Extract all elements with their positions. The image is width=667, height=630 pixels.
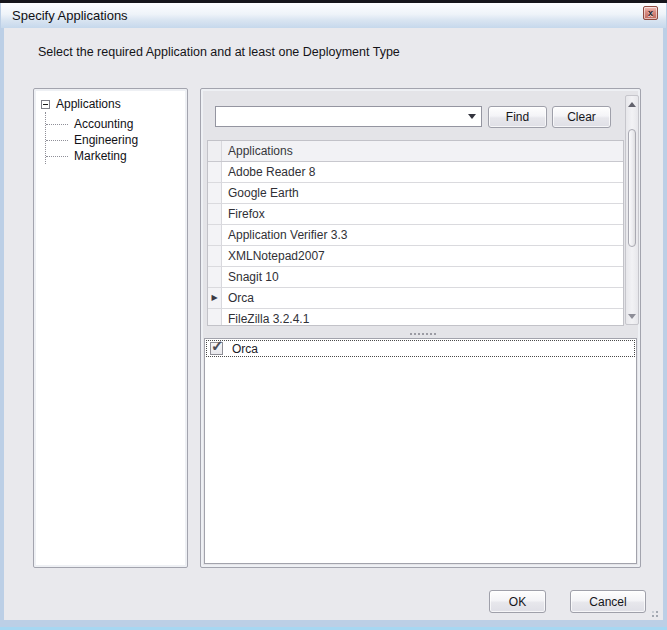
grid-header-row: Applications bbox=[208, 141, 623, 162]
grid-row-firefox[interactable]: Firefox bbox=[208, 204, 623, 225]
find-button[interactable]: Find bbox=[488, 106, 547, 128]
grid-row-filezilla[interactable]: FileZilla 3.2.4.1 bbox=[208, 309, 623, 326]
grid-row-google-earth[interactable]: Google Earth bbox=[208, 183, 623, 204]
window-title: Specify Applications bbox=[1, 8, 128, 23]
arrow-up-icon bbox=[628, 102, 636, 107]
deployment-item-orca[interactable]: ✓ Orca bbox=[206, 340, 635, 357]
applications-panel: Find Clear Applications Adobe Reader 8 G… bbox=[200, 88, 641, 568]
splitter-grip-icon bbox=[409, 331, 437, 335]
tree-node-accounting[interactable]: Accounting bbox=[46, 116, 183, 132]
ok-button[interactable]: OK bbox=[489, 590, 546, 613]
deployment-item-label: Orca bbox=[232, 342, 258, 356]
tree-node-marketing[interactable]: Marketing bbox=[46, 148, 183, 164]
grid-corner-cell bbox=[208, 141, 222, 161]
chevron-down-icon bbox=[468, 114, 476, 119]
current-row-indicator-icon: ▶ bbox=[211, 294, 217, 302]
grid-row-application-verifier[interactable]: Application Verifier 3.3 bbox=[208, 225, 623, 246]
checkmark-icon: ✓ bbox=[211, 337, 224, 355]
titlebar[interactable]: Specify Applications bbox=[1, 3, 666, 28]
dialog-body: Select the required Application and at l… bbox=[4, 28, 663, 620]
combo-dropdown-button[interactable] bbox=[463, 107, 481, 126]
grid-row-xmlnotepad[interactable]: XMLNotepad2007 bbox=[208, 246, 623, 267]
scrollbar-thumb[interactable] bbox=[628, 129, 636, 247]
close-icon: x bbox=[648, 9, 653, 18]
cancel-button[interactable]: Cancel bbox=[570, 590, 646, 613]
applications-grid: Applications Adobe Reader 8 Google Earth… bbox=[207, 140, 624, 326]
grid-row-snagit[interactable]: Snagit 10 bbox=[208, 267, 623, 288]
tree-children: Accounting Engineering Marketing bbox=[45, 112, 183, 164]
applications-tree: Applications Accounting Engineering Mark… bbox=[41, 96, 183, 164]
applications-tree-panel: Applications Accounting Engineering Mark… bbox=[33, 88, 188, 568]
arrow-down-icon bbox=[628, 314, 636, 319]
deployment-type-list: ✓ Orca bbox=[204, 338, 637, 564]
scrollbar-down-button[interactable] bbox=[626, 309, 638, 323]
grid-column-header[interactable]: Applications bbox=[222, 141, 623, 161]
tree-node-engineering[interactable]: Engineering bbox=[46, 132, 183, 148]
dialog-window: Specify Applications x Select the requir… bbox=[0, 0, 667, 630]
close-button[interactable]: x bbox=[643, 6, 658, 20]
scrollbar-up-button[interactable] bbox=[626, 97, 638, 111]
tree-node-applications[interactable]: Applications bbox=[41, 96, 183, 112]
grid-row-adobe-reader[interactable]: Adobe Reader 8 bbox=[208, 162, 623, 183]
tree-root-label: Applications bbox=[56, 97, 121, 111]
panel-splitter[interactable] bbox=[207, 329, 638, 336]
tree-collapse-icon[interactable] bbox=[41, 100, 50, 109]
clear-button[interactable]: Clear bbox=[552, 106, 611, 128]
instruction-text: Select the required Application and at l… bbox=[38, 45, 400, 59]
search-combobox[interactable] bbox=[215, 106, 482, 127]
checkbox-checked[interactable]: ✓ bbox=[210, 342, 223, 355]
search-input[interactable] bbox=[219, 108, 463, 125]
grid-scrollbar[interactable] bbox=[625, 95, 639, 325]
resize-grip-icon[interactable] bbox=[647, 608, 658, 617]
grid-row-orca[interactable]: ▶ Orca bbox=[208, 288, 623, 309]
